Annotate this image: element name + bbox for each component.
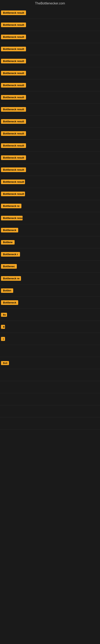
list-item: Bottleneck result	[0, 128, 100, 140]
list-item: Bottleneck result	[0, 19, 100, 31]
list-item: Bottleneck r	[0, 248, 100, 260]
bottleneck-result-badge[interactable]: Bottleneck	[1, 228, 18, 232]
bottleneck-result-badge[interactable]: Bo	[1, 313, 7, 317]
list-item	[0, 405, 100, 418]
site-title: TheBottlenecker.com	[0, 0, 100, 7]
list-item: Bottleneck re	[0, 272, 100, 284]
list-item	[0, 393, 100, 405]
bottleneck-result-badge[interactable]: Bottleneck result	[1, 131, 26, 136]
bottleneck-result-badge[interactable]: Bottleneck result	[1, 71, 26, 76]
list-item: Bottleneck	[0, 224, 100, 236]
bottleneck-result-badge[interactable]: Bottleneck result	[1, 192, 25, 196]
site-title-text: TheBottlenecker.com	[35, 2, 65, 5]
list-item	[0, 381, 100, 393]
list-item: Bottleneck result	[0, 116, 100, 128]
list-item: Bottlenec	[0, 260, 100, 272]
bottleneck-result-badge[interactable]: Bottleneck re	[1, 204, 21, 208]
list-item: Bottleneck result	[0, 104, 100, 116]
list-item: Bottleneck result	[0, 188, 100, 200]
list-item: Bott	[0, 357, 100, 369]
list-item	[0, 369, 100, 381]
list-item	[0, 418, 100, 430]
bottleneck-result-badge[interactable]: Bottleneck result	[1, 83, 26, 88]
list-item: Bottleneck result	[0, 152, 100, 164]
bottleneck-result-badge[interactable]: Bottleneck result	[1, 107, 26, 112]
bottleneck-result-badge[interactable]: Bottleneck result	[1, 47, 26, 51]
list-item: Bottleneck	[0, 297, 100, 309]
list-item: Bottleneck result	[0, 67, 100, 79]
bottleneck-result-badge[interactable]: Bottleneck re	[1, 276, 21, 281]
list-item: Bottleneck result	[0, 7, 100, 19]
list-item: Bo	[0, 309, 100, 321]
bottleneck-result-badge[interactable]: Bottleneck resul	[1, 216, 23, 220]
list-item: Bottleneck result	[0, 164, 100, 176]
list-item: Bottleneck result	[0, 140, 100, 152]
bottleneck-result-badge[interactable]: Bottleneck r	[1, 252, 20, 256]
bottleneck-result-badge[interactable]: Bottleneck result	[1, 119, 26, 124]
list-item: |	[0, 333, 100, 345]
list-item: Bottleneck result	[0, 176, 100, 188]
bottleneck-result-badge[interactable]: Bottleneck result	[1, 10, 26, 15]
list-item: Bottleneck result	[0, 55, 100, 67]
list-item: Bottlene	[0, 236, 100, 248]
bottleneck-result-badge[interactable]: Bottleneck result	[1, 34, 26, 39]
bottleneck-result-badge[interactable]: Bottleneck result	[1, 168, 26, 172]
bottleneck-result-badge[interactable]: Bottleneck result	[1, 180, 25, 184]
list-item: Bottleneck result	[0, 43, 100, 55]
bottleneck-result-badge[interactable]: B	[1, 325, 5, 329]
list-item	[0, 345, 100, 357]
bottleneck-result-badge[interactable]: Bottleneck result	[1, 59, 26, 64]
bottleneck-result-badge[interactable]: |	[1, 337, 5, 341]
list-item: Bottlen	[0, 284, 100, 297]
list-item: Bottleneck result	[0, 31, 100, 43]
list-item: Bottleneck result	[0, 91, 100, 104]
list-item: Bottleneck re	[0, 200, 100, 212]
bottleneck-result-badge[interactable]: Bottleneck	[1, 300, 18, 305]
bottleneck-result-badge[interactable]: Bottlen	[1, 288, 13, 293]
bottleneck-result-badge[interactable]: Bottleneck result	[1, 155, 26, 160]
bottleneck-result-badge[interactable]: Bottlenec	[1, 264, 17, 269]
bottleneck-result-badge[interactable]: Bottleneck result	[1, 95, 26, 100]
list-item: B	[0, 321, 100, 333]
bottleneck-result-badge[interactable]: Bott	[1, 361, 9, 365]
bottleneck-result-badge[interactable]: Bottleneck result	[1, 143, 26, 148]
bottleneck-result-badge[interactable]: Bottleneck result	[1, 22, 26, 27]
bottleneck-result-badge[interactable]: Bottlene	[1, 240, 15, 244]
list-item: Bottleneck result	[0, 79, 100, 91]
list-item: Bottleneck resul	[0, 212, 100, 224]
